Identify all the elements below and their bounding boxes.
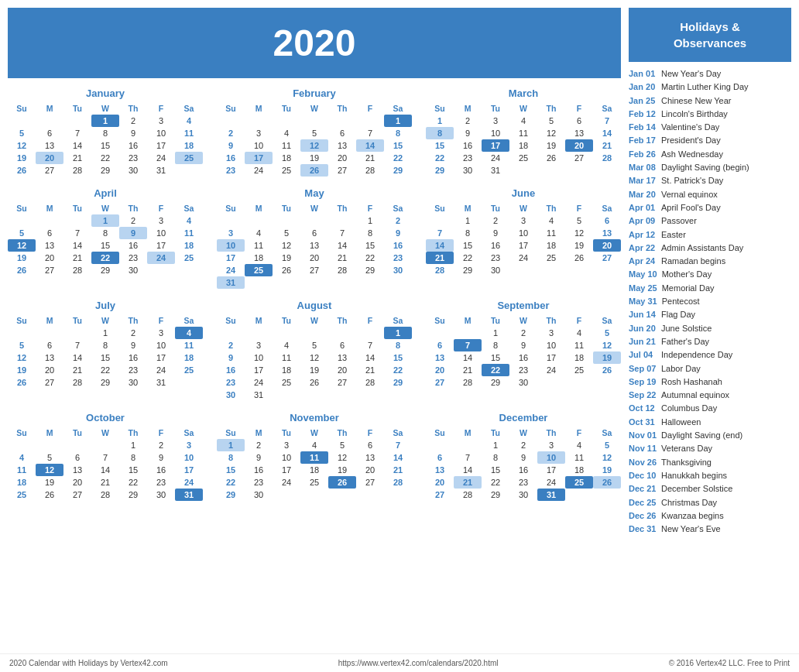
calendar-day: 14 <box>63 239 91 252</box>
calendar-day: 23 <box>509 476 537 489</box>
holiday-date: Jun 20 <box>629 323 657 334</box>
calendar-day: 19 <box>8 152 36 164</box>
calendar-day: 7 <box>454 451 482 464</box>
month-block-december: DecemberSuMTuWThFSa123456789101112131415… <box>426 412 621 501</box>
day-header: Sa <box>593 314 621 327</box>
holidays-header: Holidays &Observances <box>629 8 791 62</box>
calendar-day: 20 <box>356 464 384 476</box>
calendar-day: 26 <box>300 164 328 177</box>
calendar-day: 10 <box>147 339 175 351</box>
calendar-day: 27 <box>593 252 621 264</box>
calendar-day: 9 <box>509 339 537 351</box>
calendar-day: 11 <box>175 127 203 139</box>
calendar-day: 5 <box>36 451 63 464</box>
calendar-day: 1 <box>91 327 119 339</box>
holiday-name: Lincoln's Birthday <box>661 108 728 119</box>
calendar-day: 27 <box>36 264 63 276</box>
calendar-day: 18 <box>175 351 203 364</box>
day-header: Th <box>328 314 356 327</box>
day-header: M <box>454 314 482 327</box>
calendar-day: 16 <box>509 351 537 364</box>
holiday-name: Memorial Day <box>662 283 715 293</box>
day-header: Th <box>328 202 356 214</box>
calendar-day: 17 <box>245 364 273 376</box>
calendar-day <box>245 327 273 339</box>
calendar-day <box>8 214 36 227</box>
calendar-day: 5 <box>565 214 593 227</box>
calendar-day <box>356 489 384 501</box>
calendar-day: 26 <box>8 164 36 177</box>
calendar-day: 13 <box>300 239 328 252</box>
calendar-day <box>356 276 384 289</box>
calendar-day: 30 <box>454 164 482 177</box>
holiday-item: Jun 14Flag Day <box>629 309 791 320</box>
calendar-day: 5 <box>328 439 356 451</box>
day-header: Su <box>8 102 36 115</box>
month-title: June <box>426 187 621 199</box>
day-header: Tu <box>273 314 300 327</box>
holiday-date: Jan 25 <box>629 95 657 106</box>
day-header: M <box>36 102 63 115</box>
day-header: M <box>245 102 273 115</box>
calendar-day <box>300 389 328 401</box>
calendar-day: 18 <box>245 252 273 264</box>
calendar-day: 4 <box>175 327 203 339</box>
calendar-day: 8 <box>356 227 384 239</box>
holiday-date: Jul 04 <box>629 349 657 360</box>
day-header: Th <box>119 202 147 214</box>
calendar-day: 27 <box>36 376 63 389</box>
calendar-day: 26 <box>273 264 300 276</box>
holiday-name: December Solstice <box>661 483 732 494</box>
calendar-day: 15 <box>426 139 454 152</box>
calendar-day: 28 <box>356 164 384 177</box>
calendar-day <box>509 164 537 177</box>
holiday-name: Father's Day <box>661 336 709 347</box>
day-header: Th <box>119 427 147 439</box>
day-header: Sa <box>384 314 412 327</box>
calendar-day: 20 <box>593 239 621 252</box>
day-header: W <box>300 202 328 214</box>
calendar-day <box>217 214 245 227</box>
calendar-day <box>356 115 384 127</box>
calendar-day: 7 <box>426 227 454 239</box>
calendar-day: 20 <box>36 364 63 376</box>
calendar-day: 27 <box>328 164 356 177</box>
day-header: F <box>565 202 593 214</box>
day-header: Su <box>8 314 36 327</box>
holiday-item: Feb 26Ash Wednesday <box>629 149 791 159</box>
calendar-day: 25 <box>537 252 565 264</box>
calendar-day: 3 <box>147 115 175 127</box>
calendar-day: 10 <box>273 451 300 464</box>
calendar-day: 3 <box>273 439 300 451</box>
calendar-day: 30 <box>119 376 147 389</box>
holiday-date: Apr 22 <box>629 242 657 253</box>
calendar-day: 11 <box>273 139 300 152</box>
calendar-day: 5 <box>300 127 328 139</box>
calendar-day: 6 <box>426 451 454 464</box>
calendar-day: 20 <box>565 139 593 152</box>
calendar-day: 28 <box>426 264 454 276</box>
calendar-day <box>426 327 454 339</box>
calendar-day: 15 <box>91 351 119 364</box>
calendar-day: 29 <box>91 164 119 177</box>
day-header: M <box>454 202 482 214</box>
day-header: Th <box>537 202 565 214</box>
month-title: October <box>8 412 203 423</box>
calendar-day: 24 <box>217 264 245 276</box>
holiday-date: Feb 17 <box>629 135 657 146</box>
calendar-day: 15 <box>482 464 509 476</box>
day-header: Tu <box>273 202 300 214</box>
calendar-day: 4 <box>565 439 593 451</box>
month-table: SuMTuWThFSa12345678910111213141516171819… <box>217 427 412 501</box>
month-title: March <box>426 87 621 99</box>
holiday-date: Jan 01 <box>629 68 657 79</box>
calendar-day: 19 <box>273 252 300 264</box>
calendar-day: 21 <box>328 252 356 264</box>
calendar-day: 18 <box>565 351 593 364</box>
calendar-day: 30 <box>482 264 509 276</box>
holiday-date: Mar 17 <box>629 175 657 186</box>
calendar-day: 1 <box>454 214 482 227</box>
calendar-day: 6 <box>593 214 621 227</box>
calendar-day <box>63 439 91 451</box>
calendar-day: 24 <box>537 364 565 376</box>
